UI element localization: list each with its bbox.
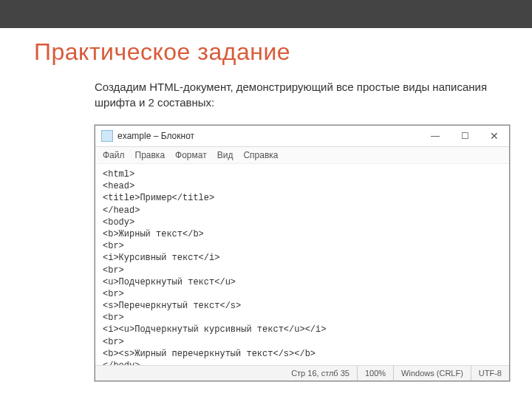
status-crlf: Windows (CRLF) xyxy=(393,366,471,381)
window-controls: — ☐ ✕ xyxy=(420,126,509,146)
notepad-icon xyxy=(101,130,113,142)
top-bar xyxy=(0,0,532,28)
minimize-button[interactable]: — xyxy=(420,126,450,146)
notepad-statusbar: Стр 16, стлб 35 100% Windows (CRLF) UTF-… xyxy=(95,365,509,381)
status-encoding: UTF-8 xyxy=(471,366,509,381)
slide-description: Создадим HTML-документ, демонстрирующий … xyxy=(95,79,498,110)
notepad-text-area[interactable]: <html> <head> <title>Пример</title> </he… xyxy=(95,164,509,365)
close-button[interactable]: ✕ xyxy=(480,126,509,146)
status-zoom: 100% xyxy=(357,366,393,381)
maximize-button[interactable]: ☐ xyxy=(450,126,480,146)
menu-view[interactable]: Вид xyxy=(217,150,233,160)
slide-title: Практическое задание xyxy=(34,38,498,66)
menu-edit[interactable]: Правка xyxy=(135,150,166,160)
notepad-window: example – Блокнот — ☐ ✕ Файл Правка Форм… xyxy=(95,125,510,381)
slide: Практическое задание Создадим HTML-докум… xyxy=(0,0,532,399)
notepad-title: example – Блокнот xyxy=(117,131,194,141)
notepad-title-left: example – Блокнот xyxy=(95,130,194,142)
status-position: Стр 16, стлб 35 xyxy=(95,366,357,381)
menu-file[interactable]: Файл xyxy=(103,150,125,160)
notepad-titlebar: example – Блокнот — ☐ ✕ xyxy=(95,126,509,147)
menu-help[interactable]: Справка xyxy=(243,150,278,160)
menu-format[interactable]: Формат xyxy=(175,150,207,160)
slide-content: Практическое задание Создадим HTML-докум… xyxy=(0,38,532,381)
notepad-menu: Файл Правка Формат Вид Справка xyxy=(95,147,509,164)
